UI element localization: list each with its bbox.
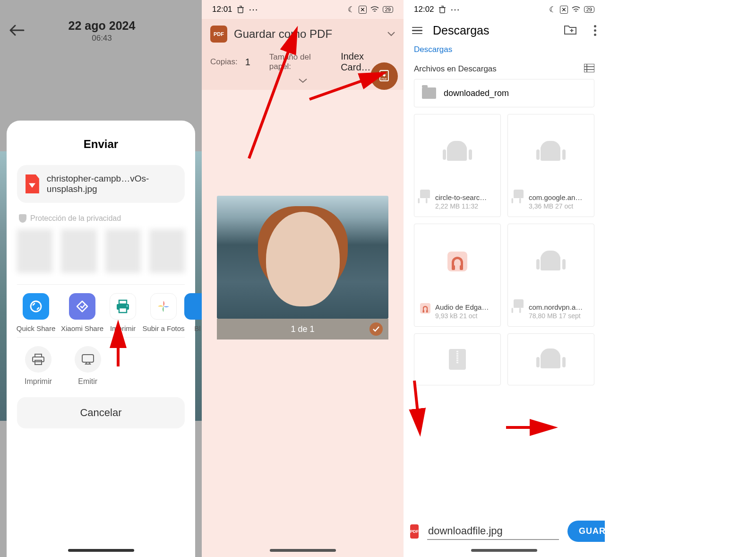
contact-avatar[interactable] [17, 229, 52, 273]
page-selected-check-icon[interactable] [369, 322, 383, 336]
screen-file-picker: 12:02 ⋯ ☾ ✕ 29 Descargas Descargas Archi… [404, 0, 605, 557]
android-icon [541, 250, 561, 273]
save-button[interactable]: GUARDAR [567, 521, 605, 542]
android-icon [514, 303, 519, 308]
more-icon: ⋯ [249, 4, 259, 15]
wifi-icon [572, 6, 580, 13]
file-item[interactable]: Audio de Edgar…9,93 kB 21 oct [414, 224, 501, 327]
copies-value[interactable]: 1 [245, 57, 250, 68]
android-icon [420, 193, 425, 199]
home-indicator [471, 549, 537, 552]
status-bar: 12:02 ⋯ ☾ ✕ 29 [404, 0, 605, 19]
dnd-icon: ☾ [348, 5, 355, 15]
shield-icon [19, 214, 26, 223]
system-print[interactable]: Imprimir [25, 346, 52, 386]
wifi-icon [370, 6, 379, 13]
trash-icon [237, 6, 244, 13]
print-destination[interactable]: Guardar como PDF [234, 27, 332, 41]
shared-file-name: christopher-campb…vOs-unsplash.jpg [47, 174, 176, 194]
system-cast[interactable]: Emitir [75, 346, 101, 386]
pdf-badge-icon: PDF [210, 26, 227, 43]
hamburger-menu[interactable] [412, 27, 422, 35]
app-print[interactable]: Imprimir [110, 293, 136, 332]
app-icon [184, 293, 202, 320]
app-xiaomi-share[interactable]: Xiaomi Share [63, 293, 101, 332]
print-icon [25, 346, 52, 373]
screen-share-sheet: 22 ago 2024 06:43 Enviar christopher-cam… [0, 0, 202, 557]
svg-rect-6 [35, 354, 42, 357]
folder-name: downloaded_rom [444, 88, 509, 98]
app-quick-share[interactable]: Quick Share [17, 293, 55, 332]
svg-rect-3 [119, 308, 127, 313]
page-title: Descargas [433, 24, 553, 37]
contacts-row [17, 229, 185, 273]
svg-rect-8 [82, 355, 94, 362]
status-bar: 12:01 ⋯ ☾ ✕ 29 [202, 0, 404, 19]
cast-icon [75, 346, 101, 373]
copies-label: Copias: [210, 57, 238, 67]
pdf-file-icon: PDF [410, 524, 419, 539]
contact-avatar[interactable] [149, 229, 185, 273]
google-photos-icon [150, 293, 177, 320]
preview-image [217, 196, 388, 319]
svg-line-20 [414, 381, 419, 426]
folder-item[interactable]: downloaded_rom [414, 79, 594, 107]
svg-point-0 [31, 301, 41, 312]
svg-rect-15 [440, 8, 445, 13]
app-google-photos[interactable]: Subir a Fotos [145, 293, 182, 332]
shared-file-row[interactable]: christopher-campb…vOs-unsplash.jpg [17, 165, 185, 203]
vibrate-icon: ✕ [560, 6, 568, 14]
audio-icon [420, 303, 430, 313]
dnd-icon: ☾ [549, 5, 556, 15]
xiaomi-share-icon [69, 293, 95, 320]
file-item[interactable]: com.nordvpn.a…78,80 MB 17 sept [507, 224, 594, 327]
svg-rect-10 [238, 8, 243, 13]
app-more[interactable]: Bl [191, 293, 202, 332]
cancel-button[interactable]: Cancelar [17, 397, 185, 428]
archive-icon [449, 349, 466, 370]
svg-rect-7 [35, 360, 42, 365]
contact-avatar[interactable] [61, 229, 96, 273]
battery-icon: 29 [584, 6, 594, 13]
sheet-title: Enviar [17, 138, 185, 151]
section-title: Archivos en Descargas [414, 64, 497, 74]
home-indicator [68, 549, 134, 552]
screen-print-preview: 12:01 ⋯ ☾ ✕ 29 PDF Guardar como PDF Copi… [202, 0, 404, 557]
overflow-menu[interactable] [594, 25, 596, 36]
quick-share-icon [23, 293, 49, 320]
file-item[interactable] [414, 333, 501, 385]
save-pdf-button[interactable]: PDF [370, 62, 398, 90]
audio-icon [447, 252, 467, 271]
expand-options[interactable] [210, 77, 395, 85]
filename-input[interactable] [427, 523, 559, 540]
file-item[interactable]: circle-to-search…2,22 MB 11:32 [414, 114, 501, 217]
status-time: 12:02 [414, 5, 434, 14]
print-preview[interactable]: 1 de 1 [217, 196, 388, 339]
contact-avatar[interactable] [105, 229, 141, 273]
breadcrumb[interactable]: Descargas [404, 42, 605, 64]
status-time: 12:01 [212, 5, 232, 14]
new-folder-button[interactable] [564, 24, 577, 37]
image-file-icon [26, 174, 39, 193]
trash-icon [439, 6, 446, 13]
android-icon [447, 140, 468, 164]
dropdown-arrow-icon[interactable] [387, 30, 395, 38]
file-item[interactable]: com.google.an…3,36 MB 27 oct [507, 114, 594, 217]
svg-rect-2 [119, 300, 127, 304]
android-icon [541, 140, 561, 164]
folder-icon [422, 87, 436, 99]
svg-rect-16 [584, 64, 594, 72]
view-toggle-list[interactable] [584, 64, 594, 74]
header-date: 22 ago 2024 [10, 19, 193, 33]
file-item[interactable] [507, 333, 594, 385]
vibrate-icon: ✕ [359, 6, 367, 14]
privacy-notice: Protección de la privacidad [19, 214, 183, 223]
print-icon [110, 293, 136, 320]
share-sheet: Enviar christopher-campb…vOs-unsplash.jp… [7, 121, 195, 557]
page-indicator: 1 de 1 [291, 324, 314, 334]
header-time: 06:43 [10, 34, 193, 43]
paper-size-label: Tamaño del papel: [269, 52, 333, 71]
android-icon [541, 348, 561, 371]
svg-rect-5 [33, 357, 44, 362]
more-icon: ⋯ [450, 4, 461, 15]
